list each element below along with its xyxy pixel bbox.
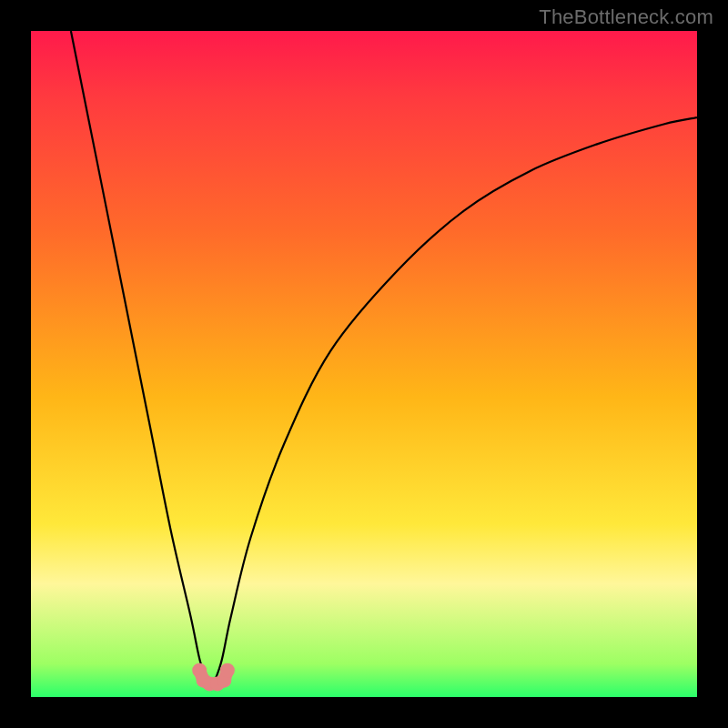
bump-dot [220,663,235,678]
curve-svg [31,31,697,697]
watermark-label: TheBottleneck.com [539,5,713,29]
chart-frame: TheBottleneck.com [0,0,728,728]
min-bump-group [192,663,235,692]
plot-area [31,31,697,697]
bottleneck-curve [71,31,697,683]
